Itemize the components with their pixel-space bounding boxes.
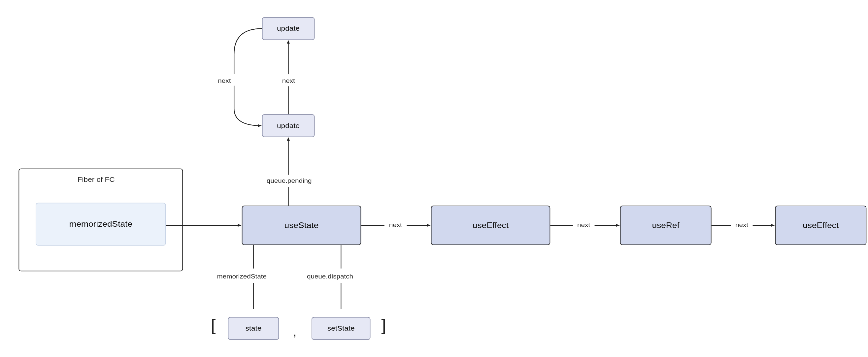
node-update-mid: update: [262, 114, 315, 137]
edge-label-next-2: next: [577, 221, 590, 229]
node-update-top: update: [262, 17, 315, 40]
edge-label-queue-pending: queue.pending: [267, 177, 312, 185]
node-use-ref-label: useRef: [652, 221, 679, 230]
bracket-left: [: [211, 316, 216, 334]
edge-label-next-1: next: [389, 221, 402, 229]
node-use-ref: useRef: [620, 205, 712, 245]
node-state-label: state: [245, 324, 261, 332]
node-use-effect-1: useEffect: [431, 205, 551, 245]
bracket-right: ]: [381, 316, 386, 334]
node-set-state: setState: [312, 317, 370, 340]
node-use-effect-2-label: useEffect: [803, 221, 839, 230]
node-update-top-label: update: [277, 24, 300, 32]
edge-label-memorized-state: memorizedState: [217, 273, 267, 281]
node-set-state-label: setState: [328, 324, 355, 332]
edge-label-next-3: next: [735, 221, 748, 229]
group-fiber-of-fc-label: Fiber of FC: [78, 175, 115, 184]
node-update-mid-label: update: [277, 122, 300, 130]
node-memorized-state-label: memorizedState: [69, 220, 132, 229]
edge-label-queue-dispatch: queue.dispatch: [307, 273, 353, 281]
node-use-state: useState: [242, 205, 362, 245]
node-state: state: [228, 317, 279, 340]
node-use-state-label: useState: [284, 221, 319, 230]
diagram-canvas: Fiber of FC memorizedState useState useE…: [0, 0, 815, 309]
edge-label-next-top-to-mid: next: [218, 77, 231, 85]
bracket-comma: ,: [293, 326, 297, 338]
node-use-effect-2: useEffect: [775, 205, 866, 245]
node-use-effect-1-label: useEffect: [473, 221, 508, 230]
node-memorized-state: memorizedState: [36, 203, 166, 246]
edge-label-next-mid-to-top: next: [282, 77, 295, 85]
